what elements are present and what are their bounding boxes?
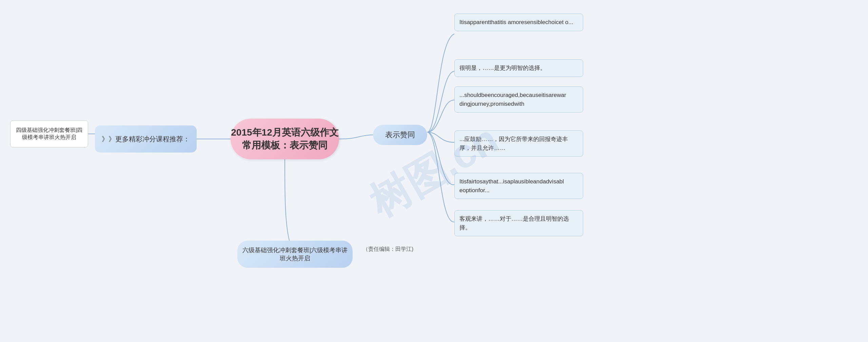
text-box-1: Itisapparentthatitis amoresensiblechoice…: [454, 14, 583, 31]
far-left-node: 四级基础强化冲刺套餐班|四级模考串讲班火热开启: [10, 120, 88, 147]
bottom-node: 六级基础强化冲刺套餐班|六级模考串讲班火热开启: [237, 241, 353, 268]
text-box-6: 客观来讲，……对于……是合理且明智的选择。: [454, 210, 583, 236]
connector-lines: [0, 0, 868, 342]
text-box-5: Itisfairtosaythat...isaplausibleandadvis…: [454, 173, 583, 199]
text-box-4: ...应鼓励……，因为它所带来的回报奇迹丰厚，并且允许……: [454, 130, 583, 157]
text-box-3: ...shouldbeencouraged,becauseitisarewar …: [454, 86, 583, 113]
bottom-right-label: （责任编辑：田学江): [363, 246, 413, 253]
text-box-2: 很明显，……是更为明智的选择。: [454, 59, 583, 77]
branch-zanzan-node: 表示赞同: [373, 125, 427, 145]
central-node: 2015年12月英语六级作文 常用模板：表示赞同: [231, 119, 339, 159]
left-arrow-node: 》》更多精彩冲分课程推荐：: [95, 125, 197, 153]
